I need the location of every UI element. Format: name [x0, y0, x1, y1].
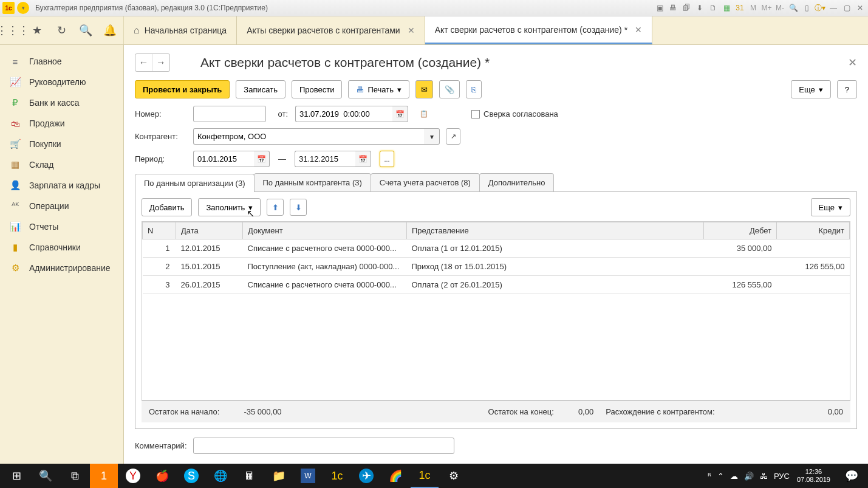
sidebar-item[interactable]: ᴬᴷОперации — [0, 196, 123, 216]
taskbar-app[interactable]: 🌐 — [207, 464, 234, 488]
content-tab[interactable]: Дополнительно — [479, 173, 555, 191]
tray-chevron-icon[interactable]: ⌃ — [717, 472, 724, 481]
content-tab[interactable]: По данным организации (3) — [135, 174, 255, 192]
table-row[interactable]: 326.01.2015Списание с расчетного счета 0… — [143, 276, 850, 294]
titlebar-icon[interactable]: 🗐 — [681, 2, 692, 13]
period-select-button[interactable]: ... — [380, 151, 394, 167]
move-up-button[interactable]: ⬆ — [267, 199, 284, 216]
col-doc[interactable]: Документ — [243, 222, 407, 239]
attach-button[interactable]: 📎 — [439, 80, 460, 98]
window-maximize-icon[interactable]: ▢ — [841, 2, 852, 13]
doc-status-icon[interactable]: 📋 — [417, 106, 431, 122]
app-menu-dropdown[interactable]: ▾ — [17, 2, 29, 14]
titlebar-icon[interactable]: ⬇ — [694, 2, 705, 13]
help-button[interactable]: ? — [837, 80, 857, 98]
content-tab[interactable]: Счета учета расчетов (8) — [371, 173, 480, 191]
nav-forward-button[interactable]: → — [152, 54, 169, 71]
table-row[interactable]: 215.01.2015Поступление (акт, накладная) … — [143, 258, 850, 276]
taskbar-yandex[interactable]: Y — [119, 464, 147, 488]
sidebar-item[interactable]: ▮Справочники — [0, 237, 123, 258]
taskbar-word[interactable]: W — [294, 464, 322, 488]
date-input[interactable] — [295, 106, 392, 122]
apps-grid-icon[interactable]: ⋮⋮⋮ — [6, 24, 19, 37]
sidebar-item[interactable]: 🛒Покупки — [0, 134, 123, 154]
fill-button[interactable]: Заполнить ▾ — [198, 198, 261, 216]
system-tray[interactable]: ᴿ ⌃ ☁ 🔊 🖧 РУС — [708, 472, 790, 481]
taskbar-explorer[interactable]: 📁 — [265, 464, 293, 488]
action-center-button[interactable]: 💬 — [838, 464, 866, 488]
taskbar-chrome[interactable]: 🌈 — [381, 464, 409, 488]
window-minimize-icon[interactable]: — — [828, 2, 839, 13]
topnav-tab[interactable]: Акты сверки расчетов с контрагентами✕ — [237, 16, 425, 44]
titlebar-icon[interactable]: 🗋 — [708, 2, 719, 13]
titlebar-calendar31-icon[interactable]: 31 — [734, 2, 745, 13]
dropdown-button[interactable]: ▾ — [424, 128, 440, 145]
notifications-bell-icon[interactable]: 🔔 — [103, 24, 117, 37]
taskbar-clock[interactable]: 12:36 07.08.2019 — [791, 468, 836, 484]
tab-more-button[interactable]: Еще▾ — [811, 198, 850, 216]
tray-cloud-icon[interactable]: ☁ — [730, 472, 738, 481]
save-button[interactable]: Записать — [236, 80, 285, 98]
sidebar-item[interactable]: ⚙Администрирование — [0, 258, 123, 278]
sidebar-item[interactable]: 📊Отчеты — [0, 216, 123, 237]
tab-close-icon[interactable]: ✕ — [635, 25, 642, 35]
taskbar-app[interactable]: 🍎 — [148, 464, 176, 488]
structure-button[interactable]: ⎘ — [466, 80, 482, 98]
sidebar-item[interactable]: ▦Склад — [0, 154, 123, 175]
add-button[interactable]: Добавить — [142, 198, 192, 216]
post-button[interactable]: Провести — [292, 80, 343, 98]
taskbar-calculator[interactable]: 🖩 — [236, 464, 264, 488]
start-button[interactable]: ⊞ — [2, 464, 30, 488]
col-credit[interactable]: Кредит — [777, 222, 850, 239]
data-table[interactable]: N Дата Документ Представление Дебет Кред… — [142, 222, 850, 294]
calendar-button[interactable]: 📅 — [254, 151, 270, 167]
email-button[interactable]: ✉ — [415, 80, 433, 98]
taskbar-1c[interactable]: 1c — [323, 464, 351, 488]
agreed-checkbox[interactable] — [471, 110, 480, 119]
titlebar-print-icon[interactable]: 🖶 — [668, 2, 678, 13]
calendar-button[interactable]: 📅 — [355, 151, 371, 167]
taskbar-skype[interactable]: S — [177, 464, 205, 488]
sidebar-item[interactable]: 🛍Продажи — [0, 113, 123, 134]
taskbar-settings[interactable]: ⚙ — [440, 464, 468, 488]
sidebar-item[interactable]: ≡Главное — [0, 51, 123, 72]
calendar-button[interactable]: 📅 — [392, 106, 408, 122]
counterparty-input[interactable] — [193, 128, 424, 145]
tray-network-icon[interactable]: 🖧 — [760, 472, 768, 481]
window-close-icon[interactable]: ✕ — [855, 2, 866, 13]
titlebar-panel-icon[interactable]: ▯ — [801, 2, 812, 13]
taskbar-1c-active[interactable]: 1c — [411, 464, 439, 488]
titlebar-mminus-icon[interactable]: M- — [774, 2, 785, 13]
favorites-star-icon[interactable]: ★ — [30, 24, 44, 37]
col-n[interactable]: N — [143, 222, 176, 239]
tray-icon[interactable]: ᴿ — [708, 472, 711, 481]
search-button[interactable]: 🔍 — [32, 464, 60, 488]
taskbar-telegram[interactable]: ✈ — [352, 464, 380, 488]
task-view-button[interactable]: ⧉ — [61, 464, 89, 488]
tab-close-icon[interactable]: ✕ — [408, 26, 415, 35]
col-debit[interactable]: Дебет — [704, 222, 777, 239]
topnav-tab[interactable]: ⌂Начальная страница — [124, 16, 237, 44]
tray-volume-icon[interactable]: 🔊 — [744, 472, 754, 481]
tray-lang[interactable]: РУС — [774, 472, 790, 481]
print-button[interactable]: 🖶Печать▾ — [348, 80, 409, 98]
titlebar-m-icon[interactable]: M — [748, 2, 759, 13]
post-and-close-button[interactable]: Провести и закрыть — [135, 80, 230, 98]
content-tab[interactable]: По данным контрагента (3) — [254, 173, 371, 191]
sidebar-item[interactable]: 📈Руководителю — [0, 72, 123, 92]
period-to-input[interactable] — [295, 151, 355, 167]
move-down-button[interactable]: ⬇ — [290, 199, 307, 216]
period-from-input[interactable] — [193, 151, 254, 167]
open-counterparty-button[interactable]: ↗ — [446, 128, 460, 145]
titlebar-mplus-icon[interactable]: M+ — [761, 2, 772, 13]
titlebar-calendar-icon[interactable]: ▦ — [721, 2, 732, 13]
search-icon[interactable]: 🔍 — [79, 24, 92, 37]
comment-input[interactable] — [193, 438, 454, 454]
more-button[interactable]: Еще▾ — [791, 80, 830, 98]
col-date[interactable]: Дата — [176, 222, 243, 239]
taskbar-app[interactable]: 1 — [90, 464, 118, 488]
col-repr[interactable]: Представление — [407, 222, 704, 239]
close-page-button[interactable]: ✕ — [848, 56, 857, 69]
topnav-tab[interactable]: Акт сверки расчетов с контрагентом (созд… — [425, 16, 652, 44]
number-input[interactable] — [193, 106, 266, 122]
